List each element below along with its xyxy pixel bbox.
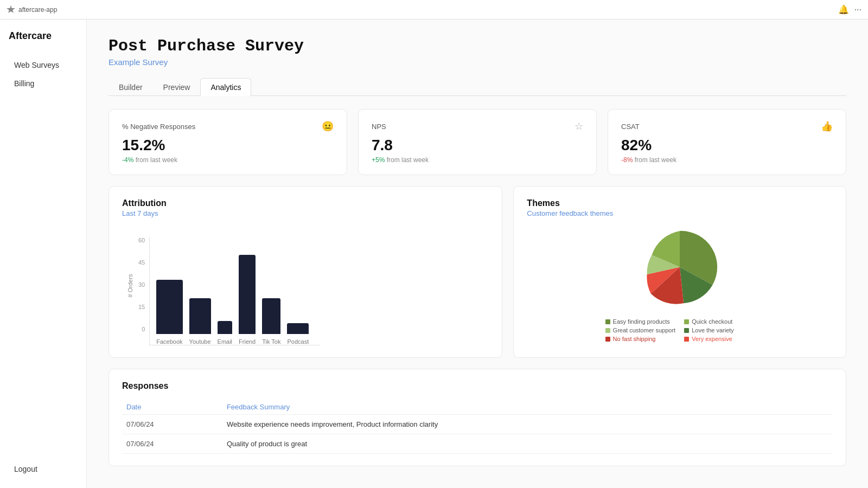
legend-dot-no-fast-ship — [605, 337, 610, 342]
bar-youtube-rect — [189, 298, 211, 334]
legend-dot-love-variety — [684, 328, 689, 333]
metric-value-neg: 15.2% — [122, 137, 334, 154]
responses-table-body: 07/06/24 Website experience needs improv… — [122, 415, 833, 454]
y-label-15: 15 — [138, 304, 145, 310]
app-name: aftercare-app — [18, 6, 57, 14]
table-row: 07/06/24 Website experience needs improv… — [122, 415, 833, 434]
metric-label-nps: NPS — [372, 123, 386, 131]
y-label-45: 45 — [138, 259, 145, 266]
bar-friend-label: Friend — [239, 338, 256, 345]
topbar-actions: 🔔 ··· — [838, 4, 861, 15]
bar-facebook: Facebook — [156, 280, 182, 345]
legend-very-expensive: Very expensive — [684, 336, 755, 342]
sidebar: Aftercare Web Surveys Billing Logout — [0, 20, 87, 488]
responses-card: Responses Date Feedback Summary 07/06/24… — [108, 369, 846, 466]
response-date-1: 07/06/24 — [122, 415, 222, 434]
legend-no-fast-ship: No fast shipping — [605, 336, 676, 342]
legend-dot-quick-checkout — [684, 319, 689, 324]
metric-header-neg: % Negative Responses 😐 — [122, 120, 334, 132]
legend-love-variety: Love the variety — [684, 327, 755, 333]
legend-quick-checkout: Quick checkout — [684, 318, 755, 325]
metric-card-csat: CSAT 👍 82% -8% from last week — [608, 109, 846, 175]
legend-label-easy-finding: Easy finding products — [613, 318, 670, 325]
bar-email-label: Email — [218, 338, 233, 345]
tab-preview[interactable]: Preview — [153, 78, 201, 96]
response-date-2: 07/06/24 — [122, 434, 222, 454]
metric-card-nps: NPS ☆ 7.8 +5% from last week — [358, 109, 597, 175]
bar-youtube: Youtube — [189, 298, 211, 345]
bar-podcast-rect — [287, 323, 309, 334]
legend-dot-easy-finding — [605, 319, 610, 324]
metric-label-neg: % Negative Responses — [122, 123, 195, 131]
bar-facebook-label: Facebook — [156, 338, 182, 345]
bar-friend-rect — [239, 255, 256, 334]
metrics-row: % Negative Responses 😐 15.2% -4% from la… — [108, 109, 846, 175]
bar-youtube-label: Youtube — [189, 338, 211, 345]
legend-label-great-support: Great customer support — [613, 327, 676, 333]
themes-card: Themes Customer feedback themes — [513, 186, 846, 358]
bar-email-rect — [218, 321, 233, 334]
page-title: Post Purchase Survey — [108, 37, 846, 55]
metric-icon-csat: 👍 — [821, 120, 833, 132]
bar-chart-container: # Orders 60 45 30 15 0 — [122, 226, 489, 345]
legend-label-love-variety: Love the variety — [692, 327, 734, 333]
bar-tiktok: Tik Tok — [262, 298, 280, 345]
bars-area: Facebook Youtube Email — [149, 237, 320, 345]
metric-card-negative-responses: % Negative Responses 😐 15.2% -4% from la… — [108, 109, 347, 175]
y-labels: 60 45 30 15 0 — [138, 237, 145, 345]
app-title-bar: aftercare-app — [7, 5, 57, 14]
tabs-bar: Builder Preview Analytics — [108, 78, 846, 96]
metric-header-csat: CSAT 👍 — [621, 120, 833, 132]
attribution-card: Attribution Last 7 days # Orders 60 45 3… — [108, 186, 502, 358]
legend-easy-finding: Easy finding products — [605, 318, 676, 325]
y-axis-label: # Orders — [127, 274, 133, 298]
metric-value-nps: 7.8 — [372, 137, 583, 154]
metric-header-nps: NPS ☆ — [372, 120, 583, 132]
bar-email: Email — [218, 321, 233, 345]
metric-change-neg: -4% from last week — [122, 156, 334, 164]
main-content: Post Purchase Survey Example Survey Buil… — [87, 20, 868, 488]
logout-button[interactable]: Logout — [9, 461, 78, 477]
bar-podcast-label: Podcast — [287, 338, 309, 345]
sidebar-item-billing[interactable]: Billing — [9, 75, 78, 92]
sidebar-logo: Aftercare — [9, 30, 78, 42]
responses-table: Date Feedback Summary 07/06/24 Website e… — [122, 400, 833, 454]
attribution-title: Attribution — [122, 198, 489, 208]
metric-label-csat: CSAT — [621, 123, 640, 131]
metric-change-nps: +5% from last week — [372, 156, 583, 164]
tab-analytics[interactable]: Analytics — [200, 78, 251, 96]
bar-chart-body: 60 45 30 15 0 Facebook — [138, 226, 489, 345]
legend-dot-very-expensive — [684, 337, 689, 342]
bar-podcast: Podcast — [287, 323, 309, 345]
more-button[interactable]: ··· — [854, 5, 861, 15]
themes-subtitle: Customer feedback themes — [527, 209, 833, 217]
bell-button[interactable]: 🔔 — [838, 4, 849, 15]
bar-chart-inner: 60 45 30 15 0 Facebook — [138, 226, 489, 345]
themes-title: Themes — [527, 198, 833, 208]
y-label-0: 0 — [138, 326, 145, 332]
metric-icon-nps: ☆ — [575, 120, 583, 132]
pie-chart — [631, 226, 729, 313]
y-axis-wrap: # Orders — [122, 226, 138, 345]
metric-value-csat: 82% — [621, 137, 833, 154]
response-summary-2: Quality of product is great — [222, 434, 833, 454]
bar-tiktok-label: Tik Tok — [262, 338, 280, 345]
app-icon — [7, 5, 15, 14]
bar-friend: Friend — [239, 255, 256, 345]
legend-label-quick-checkout: Quick checkout — [692, 318, 732, 325]
y-label-30: 30 — [138, 281, 145, 288]
col-feedback: Feedback Summary — [222, 400, 833, 415]
responses-header-row: Date Feedback Summary — [122, 400, 833, 415]
attribution-subtitle: Last 7 days — [122, 209, 489, 217]
legend-dot-great-support — [605, 328, 610, 333]
table-row: 07/06/24 Quality of product is great — [122, 434, 833, 454]
tab-builder[interactable]: Builder — [108, 78, 153, 96]
col-date: Date — [122, 400, 222, 415]
responses-table-head: Date Feedback Summary — [122, 400, 833, 415]
responses-title: Responses — [122, 381, 833, 391]
legend-label-no-fast-ship: No fast shipping — [613, 336, 656, 342]
pie-wrap: Easy finding products Quick checkout Gre… — [527, 226, 833, 342]
pie-legend: Easy finding products Quick checkout Gre… — [605, 318, 755, 342]
page-subtitle: Example Survey — [108, 57, 846, 67]
sidebar-item-web-surveys[interactable]: Web Surveys — [9, 57, 78, 73]
